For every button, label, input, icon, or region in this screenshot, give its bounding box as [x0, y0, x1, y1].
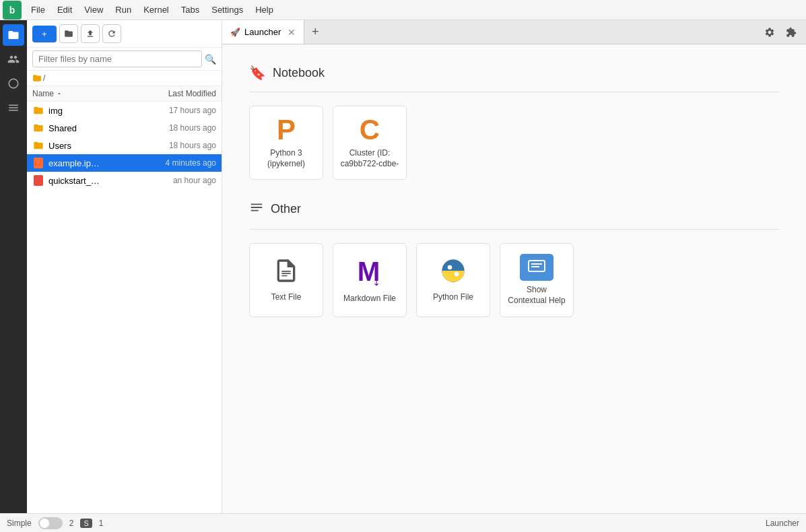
python3-icon: P	[277, 116, 296, 144]
notebook-icon	[32, 157, 44, 169]
breadcrumb: /	[27, 71, 222, 86]
new-button[interactable]: +	[32, 26, 57, 42]
extensions-icon[interactable]	[782, 23, 801, 42]
app-logo: b	[3, 1, 22, 20]
mode-label: Simple	[7, 519, 32, 528]
file-row-quickstart[interactable]: quickstart_… an hour ago	[27, 172, 222, 189]
show-contextual-help-icon	[520, 254, 553, 281]
settings-icon[interactable]	[760, 23, 779, 42]
sidebar-files-icon[interactable]	[3, 24, 24, 46]
toggle-knob	[40, 519, 49, 528]
file-toolbar: +	[27, 20, 222, 48]
notebook-section-title: Notebook	[273, 66, 325, 80]
menu-settings[interactable]: Settings	[206, 3, 248, 16]
cluster-label: Cluster (ID: ca9bb722-cdbe-	[340, 148, 399, 169]
file-list-header: Name Last Modified	[27, 86, 222, 102]
content-area: 🚀 Launcher ✕ + 🔖 Notebook	[222, 20, 806, 513]
text-file-label: Text File	[271, 292, 302, 303]
svg-point-6	[455, 272, 459, 277]
file-modified-img: 17 hours ago	[129, 106, 216, 115]
notebook-section-divider	[249, 92, 779, 92]
search-box: 🔍	[27, 48, 222, 71]
markdown-file-label: Markdown File	[343, 294, 396, 304]
menu-run[interactable]: Run	[110, 3, 137, 16]
file-row-shared[interactable]: Shared 18 hours ago	[27, 119, 222, 137]
launcher-content: 🔖 Notebook P Python 3 (ipykernel) C Clus…	[222, 44, 806, 513]
python3-card[interactable]: P Python 3 (ipykernel)	[249, 106, 323, 180]
file-name-example: example.ip…	[48, 158, 129, 168]
menu-edit[interactable]: Edit	[52, 3, 77, 16]
file-name-quickstart: quickstart_…	[48, 176, 129, 186]
show-contextual-help-label: Show Contextual Help	[507, 285, 566, 306]
notebook-section-icon: 🔖	[249, 65, 266, 81]
show-contextual-help-card[interactable]: Show Contextual Help	[500, 243, 574, 317]
text-file-card[interactable]: Text File	[249, 243, 323, 317]
menu-help[interactable]: Help	[250, 3, 279, 16]
svg-point-0	[9, 79, 18, 88]
other-section-divider	[249, 229, 779, 230]
text-file-icon	[273, 257, 300, 288]
status-bar: Simple 2 S 1 Launcher	[0, 513, 806, 532]
menu-file[interactable]: File	[26, 3, 51, 16]
file-modified-users: 18 hours ago	[129, 141, 216, 150]
menu-kernel[interactable]: Kernel	[138, 3, 174, 16]
kernel-count: 2	[69, 519, 74, 528]
other-section-icon	[249, 200, 264, 218]
file-row-img[interactable]: img 17 hours ago	[27, 102, 222, 119]
main-layout: + 🔍 / Name Last Modified	[0, 20, 806, 513]
menu-view[interactable]: View	[79, 3, 108, 16]
simple-mode-toggle[interactable]	[38, 517, 63, 529]
file-row-example[interactable]: example.ip… 4 minutes ago	[27, 154, 222, 172]
file-name-shared: Shared	[48, 123, 129, 133]
file-row-users[interactable]: Users 18 hours ago	[27, 137, 222, 154]
folder-icon	[32, 139, 44, 152]
other-cards-row: Text File M ↓ Markdown File	[249, 243, 779, 317]
file-panel: + 🔍 / Name Last Modified	[27, 20, 222, 513]
file-list: img 17 hours ago Shared 18 hours ago Use…	[27, 102, 222, 513]
notebook-icon	[32, 174, 44, 187]
markdown-file-card[interactable]: M ↓ Markdown File	[333, 243, 407, 317]
tab-launcher[interactable]: 🚀 Launcher ✕	[222, 20, 304, 44]
tab-add-button[interactable]: +	[304, 20, 326, 44]
terminal-count: 1	[99, 519, 104, 528]
launcher-tab-icon: 🚀	[230, 28, 240, 37]
refresh-button[interactable]	[102, 24, 121, 43]
search-input[interactable]	[32, 51, 202, 67]
other-section-title: Other	[271, 202, 301, 216]
cluster-icon: C	[360, 116, 380, 144]
markdown-icon: M ↓	[355, 256, 384, 290]
tab-close-button[interactable]: ✕	[288, 27, 296, 38]
file-name-users: Users	[48, 141, 129, 151]
upload-button[interactable]	[81, 24, 100, 43]
folder-icon	[32, 122, 44, 134]
sidebar-menu-icon[interactable]	[3, 97, 24, 119]
file-modified-example: 4 minutes ago	[129, 158, 216, 168]
name-column-header[interactable]: Name	[32, 89, 129, 98]
sidebar-circle-icon[interactable]	[3, 73, 24, 94]
breadcrumb-path: /	[43, 73, 45, 83]
notebook-section-header: 🔖 Notebook	[249, 65, 779, 81]
folder-icon	[32, 104, 44, 117]
sidebar-users-icon[interactable]	[3, 48, 24, 70]
kernel-badge: S	[80, 519, 92, 528]
file-name-img: img	[48, 106, 129, 116]
cluster-card[interactable]: C Cluster (ID: ca9bb722-cdbe-	[333, 106, 407, 180]
svg-text:↓: ↓	[372, 270, 381, 286]
file-modified-shared: 18 hours ago	[129, 123, 216, 133]
file-modified-quickstart: an hour ago	[129, 176, 216, 185]
launcher-tab-label: Launcher	[244, 27, 281, 37]
python-file-label: Python File	[433, 292, 473, 303]
python-file-card[interactable]: Python File	[416, 243, 490, 317]
launcher-status-label: Launcher	[766, 519, 799, 528]
icon-sidebar	[0, 20, 27, 513]
svg-point-5	[448, 265, 452, 270]
python3-label: Python 3 (ipykernel)	[257, 148, 316, 169]
modified-column-header[interactable]: Last Modified	[129, 89, 216, 98]
tab-right-icons	[760, 23, 806, 42]
other-section-header: Other	[249, 200, 779, 218]
tab-bar: 🚀 Launcher ✕ +	[222, 20, 806, 44]
notebook-cards-row: P Python 3 (ipykernel) C Cluster (ID: ca…	[249, 106, 779, 180]
menu-tabs[interactable]: Tabs	[176, 3, 205, 16]
menubar: b File Edit View Run Kernel Tabs Setting…	[0, 0, 806, 20]
new-folder-button[interactable]	[59, 24, 78, 43]
